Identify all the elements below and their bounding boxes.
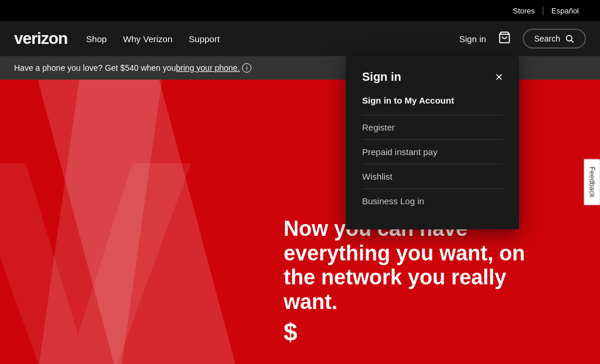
espanol-link[interactable]: Español [544, 6, 586, 15]
stores-link[interactable]: Stores [506, 6, 542, 15]
feedback-tab[interactable]: Feedback [584, 159, 600, 205]
nav-why-verizon[interactable]: Why Verizon [123, 34, 172, 44]
svg-point-1 [567, 36, 572, 41]
hero-text-block: Now you can have everything you want, on… [284, 217, 553, 346]
dropdown-wishlist[interactable]: Wishlist [362, 164, 503, 188]
dropdown-register[interactable]: Register [362, 115, 503, 139]
cart-icon[interactable] [498, 31, 511, 47]
dropdown-menu-title[interactable]: Sign in to My Account [362, 95, 503, 105]
nav-links: Shop Why Verizon Support [86, 34, 459, 44]
search-icon [565, 34, 574, 43]
search-button[interactable]: Search [523, 29, 586, 49]
dropdown-business-login[interactable]: Business Log in [362, 188, 503, 213]
search-label: Search [534, 34, 560, 43]
logo[interactable]: verizon [14, 29, 67, 48]
hero-price-teaser: $ [284, 318, 553, 346]
signin-link[interactable]: Sign in [459, 34, 486, 44]
dropdown-title: Sign in [362, 70, 401, 84]
info-icon[interactable]: i [242, 63, 251, 73]
dropdown-header: Sign in × [362, 70, 503, 84]
logo-text: verizon [14, 29, 67, 47]
close-button[interactable]: × [495, 71, 503, 84]
svg-line-2 [571, 40, 574, 43]
main-nav: verizon Shop Why Verizon Support Sign in… [0, 21, 600, 56]
hero-headline: Now you can have everything you want, on… [284, 217, 553, 314]
dropdown-prepaid[interactable]: Prepaid instant pay [362, 139, 503, 164]
nav-shop[interactable]: Shop [86, 34, 107, 44]
utility-bar: Stores | Español [0, 0, 600, 21]
nav-actions: Sign in Search [459, 29, 586, 49]
hero-shape [0, 80, 246, 364]
signin-dropdown: Sign in × Sign in to My Account Register… [346, 56, 519, 229]
nav-support[interactable]: Support [189, 34, 220, 44]
promo-link[interactable]: bring your phone. [176, 63, 240, 73]
promo-text: Have a phone you love? Get $540 when you [14, 63, 176, 73]
